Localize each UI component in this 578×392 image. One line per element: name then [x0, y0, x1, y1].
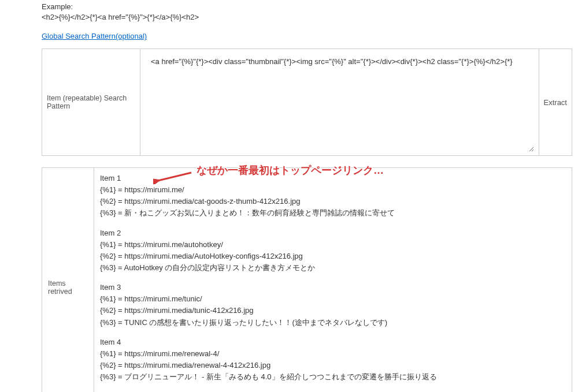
result-item: Item 1{%1} = https://mirumi.me/{%2} = ht… — [100, 173, 566, 219]
item-pattern-input[interactable] — [145, 53, 534, 152]
result-item-title: Item 4 — [100, 337, 566, 348]
global-search-pattern-link[interactable]: Global Search Pattern(optional) — [42, 32, 147, 40]
result-item-line: {%1} = https://mirumi.me/ — [100, 184, 566, 196]
results-label: Items retrived — [42, 168, 94, 393]
item-pattern-label: Item (repeatable) Search Pattern — [42, 49, 140, 156]
result-item-line: {%2} = https://mirumi.media/tunic-412x21… — [100, 305, 566, 316]
example-label: Example: — [42, 2, 572, 11]
example-code: <h2>{%}</h2>{*}<a href="{%}">{*}</a>{%}<… — [42, 13, 572, 21]
result-item: Item 3{%1} = https://mirumi.me/tunic/{%2… — [100, 282, 566, 328]
result-item: Item 2{%1} = https://mirumi.me/autohotke… — [100, 227, 566, 274]
result-item-line: {%2} = https://mirumi.media/renewal-4-41… — [100, 360, 566, 371]
result-item-title: Item 2 — [100, 227, 566, 239]
result-item-line: {%1} = https://mirumi.me/renewal-4/ — [100, 348, 566, 360]
result-item-line: {%1} = https://mirumi.me/autohotkey/ — [100, 239, 566, 251]
item-pattern-table: Item (repeatable) Search Pattern Extract — [42, 48, 572, 156]
results-body: Item 1{%1} = https://mirumi.me/{%2} = ht… — [94, 168, 572, 393]
result-item: Item 4{%1} = https://mirumi.me/renewal-4… — [100, 337, 566, 383]
result-item-line: {%3} = ブログリニューアル！ - 新生「みるめも 4.0」を紹介しつつこれ… — [100, 371, 566, 383]
result-item-line: {%1} = https://mirumi.me/tunic/ — [100, 293, 566, 305]
result-item-line: {%2} = https://mirumi.media/AutoHotkey-c… — [100, 251, 566, 262]
result-item-line: {%3} = AutoHotkey の自分の設定内容リストとか書き方メモとか — [100, 262, 566, 274]
results-table: Items retrived Item 1{%1} = https://miru… — [42, 167, 572, 392]
result-item-line: {%3} = 新・ねこグッズお気に入りまとめ！：数年の飼育経験と専門雑誌の情報に… — [100, 207, 566, 219]
result-item-title: Item 3 — [100, 282, 566, 293]
result-item-title: Item 1 — [100, 173, 566, 184]
result-item-line: {%2} = https://mirumi.media/cat-goods-z-… — [100, 196, 566, 207]
extract-button[interactable]: Extract — [544, 98, 567, 107]
result-item-line: {%3} = TUNIC の感想を書いたり振り返ったりしたい！！(途中までネタバ… — [100, 317, 566, 328]
